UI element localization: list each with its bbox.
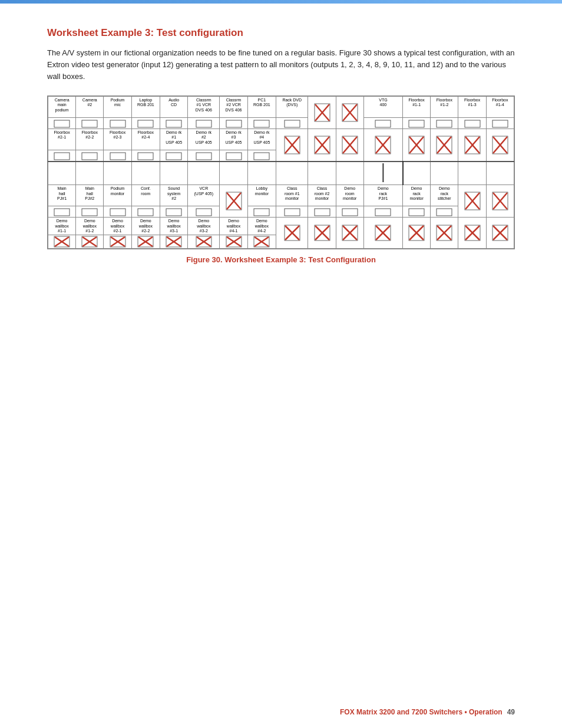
- svg-rect-17: [437, 120, 452, 127]
- top-input-box-2: [104, 118, 131, 129]
- top-input-label-1: Camera#2: [76, 97, 104, 118]
- bot-output-label-1: MainhallPJ#2: [76, 185, 104, 206]
- svg-rect-66: [166, 209, 181, 216]
- bot-output-box-2: [104, 206, 131, 218]
- top-input-label-7: PC1RGB 201: [247, 97, 276, 118]
- top-input-box-15: [486, 118, 514, 129]
- mid-input-box-0: [48, 150, 76, 162]
- mid-input-label-13: [431, 129, 458, 162]
- svg-rect-14: [285, 120, 300, 127]
- svg-rect-71: [342, 209, 358, 216]
- mid-input-label-0: Floorbox#2-1: [48, 129, 76, 150]
- mid-input-label-4: Demo rk#1USP 405: [160, 129, 188, 150]
- bot-output-label-9: Classroom #2monitor: [308, 185, 336, 206]
- connector-cell-9: [308, 162, 336, 185]
- top-input-label-0: Cameramainpodium: [48, 97, 76, 118]
- bot-output-label-13: Demorackstitcher: [431, 185, 458, 206]
- demo-label-1: Demowallbox#1-2: [76, 218, 104, 235]
- bot-output-label-4: Soundsystem#2: [160, 185, 188, 206]
- connector-cell-0: [48, 162, 76, 185]
- bot-output-box-12: [403, 206, 431, 218]
- demo-label-6: Demowallbox#4-1: [220, 218, 247, 235]
- svg-rect-68: [254, 209, 269, 216]
- demo-label-4: Demowallbox#3-1: [160, 218, 188, 235]
- demo-x-1: [76, 235, 104, 248]
- demo-x-6: [220, 235, 247, 248]
- top-input-label-9: [308, 97, 336, 129]
- demo-x-5: [188, 235, 220, 248]
- bot-output-label-15: [486, 185, 514, 218]
- demo-label-0: Demowallbox#1-1: [48, 218, 76, 235]
- demo-label-14: [458, 218, 486, 248]
- bot-output-box-0: [48, 206, 76, 218]
- svg-rect-44: [54, 153, 70, 160]
- demo-label-5: Demowallbox#3-2: [188, 218, 220, 235]
- connector-cell-13: [431, 162, 458, 185]
- connector-cell-1: [76, 162, 104, 185]
- connector-cell-2: [104, 162, 131, 185]
- svg-rect-51: [254, 153, 269, 160]
- demo-x-4: [160, 235, 188, 248]
- svg-rect-65: [138, 209, 153, 216]
- connector-cell-4: [160, 162, 188, 185]
- top-input-box-3: [131, 118, 160, 129]
- bot-output-box-5: [188, 206, 220, 218]
- bot-output-label-2: Podiummonitor: [104, 185, 131, 206]
- demo-label-11: [363, 218, 402, 248]
- demo-label-10: [336, 218, 363, 248]
- demo-label-12: [403, 218, 431, 248]
- footer-text: FOX Matrix 3200 and 7200 Switchers • Ope…: [340, 708, 503, 716]
- connector-cell-14: [458, 162, 486, 185]
- bot-output-box-11: [363, 206, 402, 218]
- mid-input-label-8: [276, 129, 308, 162]
- mid-input-box-7: [247, 150, 276, 162]
- svg-rect-47: [138, 153, 153, 160]
- mid-input-label-7: Demo rk#4USP 405: [247, 129, 276, 150]
- footer-page: 49: [507, 708, 515, 716]
- top-input-label-13: Floorbox#1-2: [431, 97, 458, 118]
- mid-input-box-3: [131, 150, 160, 162]
- mid-input-box-5: [188, 150, 220, 162]
- connector-cell-11: [363, 162, 402, 185]
- top-input-box-4: [160, 118, 188, 129]
- top-input-label-5: Classrm#1 VCRDVS 406: [188, 97, 220, 118]
- demo-x-0: [48, 235, 76, 248]
- svg-rect-11: [196, 120, 211, 127]
- svg-rect-12: [226, 120, 242, 127]
- top-input-box-6: [220, 118, 247, 129]
- mid-input-box-2: [104, 150, 131, 162]
- svg-rect-46: [110, 153, 125, 160]
- top-input-label-11: VTG400: [363, 97, 402, 118]
- mid-input-box-4: [160, 150, 188, 162]
- worksheet-diagram: CameramainpodiumCamera#2PodiummicLaptopR…: [47, 95, 515, 249]
- mid-input-label-3: Floorbox#2-4: [131, 129, 160, 150]
- demo-x-2: [104, 235, 131, 248]
- demo-x-3: [131, 235, 160, 248]
- connector-cell-10: [336, 162, 363, 185]
- demo-label-2: Demowallbox#2-1: [104, 218, 131, 235]
- mid-input-box-6: [220, 150, 247, 162]
- bot-output-box-1: [76, 206, 104, 218]
- mid-input-label-1: Floorbox#2-2: [76, 129, 104, 150]
- bot-output-label-11: DemorackPJ#1: [363, 185, 402, 206]
- top-input-box-8: [276, 118, 308, 129]
- top-input-box-5: [188, 118, 220, 129]
- bot-output-label-7: Lobbymonitor: [247, 185, 276, 206]
- bot-output-label-14: [458, 185, 486, 218]
- top-input-box-12: [403, 118, 431, 129]
- svg-rect-10: [166, 120, 181, 127]
- svg-rect-18: [465, 120, 480, 127]
- svg-rect-69: [285, 209, 300, 216]
- bot-output-label-0: MainhallPJ#1: [48, 185, 76, 206]
- svg-rect-72: [375, 209, 391, 216]
- mid-input-label-14: [458, 129, 486, 162]
- top-input-box-7: [247, 118, 276, 129]
- bot-output-label-6: [220, 185, 247, 218]
- bot-output-box-8: [276, 206, 308, 218]
- description: The A/V system in our fictional organiza…: [47, 47, 515, 83]
- mid-input-label-10: [336, 129, 363, 162]
- bot-output-label-12: Demorackmonitor: [403, 185, 431, 206]
- bot-output-label-10: Demoroommonitor: [336, 185, 363, 206]
- section-title: Worksheet Example 3: Test configuration: [47, 27, 515, 39]
- mid-input-label-11: [363, 129, 402, 162]
